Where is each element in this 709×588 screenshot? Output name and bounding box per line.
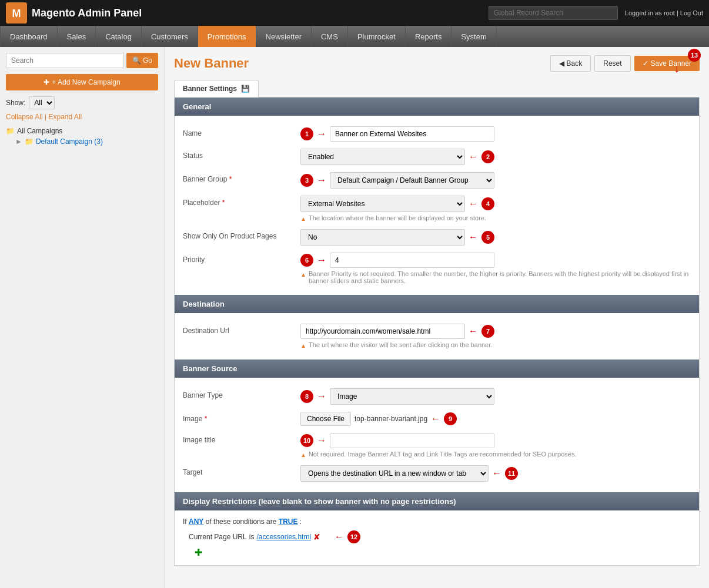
delete-condition-button[interactable]: ✘	[313, 532, 320, 542]
banner-type-row: Banner Type 8 → Image HTML	[175, 385, 699, 408]
logout-link[interactable]: Log Out	[680, 9, 703, 16]
svg-text:M: M	[12, 8, 21, 19]
auth-info: Logged in as root | Log Out	[625, 9, 703, 16]
banner-type-select[interactable]: Image HTML	[330, 388, 494, 405]
arrow-8: →	[317, 391, 326, 402]
nav-item-cms[interactable]: CMS	[312, 26, 348, 47]
nav-item-dashboard[interactable]: Dashboard	[0, 26, 58, 47]
sidebar-search-input[interactable]	[6, 53, 124, 68]
badge-9: 9	[444, 412, 457, 425]
image-title-row: Image title 10 → ▲ Not required. Image B…	[175, 429, 699, 462]
image-title-input[interactable]	[330, 433, 494, 448]
tree-item-default-campaign[interactable]: ► 📁 Default Campaign (3)	[15, 136, 158, 147]
nav-item-system[interactable]: System	[452, 26, 496, 47]
banner-source-section-body: Banner Type 8 → Image HTML	[175, 378, 699, 492]
banner-group-field: 3 → Default Campaign / Default Banner Gr…	[300, 172, 691, 189]
add-campaign-button[interactable]: ✚ + Add New Campaign	[6, 74, 158, 90]
image-title-label: Image title	[183, 433, 300, 444]
display-restrictions-header: Display Restrictions (leave blank to sho…	[175, 492, 699, 510]
show-only-product-select[interactable]: No Yes	[300, 229, 465, 246]
badge-12-annotation: ← 12	[335, 530, 360, 543]
any-link[interactable]: ANY	[189, 518, 203, 526]
collapse-expand-row: Collapse All | Expand All	[6, 113, 158, 121]
save-button-container: 13 ↓ ✓ Save Banner	[634, 56, 700, 71]
badge-5: 5	[481, 231, 494, 244]
campaign-tree: 📁 All Campaigns ► 📁 Default Campaign (3)	[6, 126, 158, 147]
destination-url-hint: ▲ The url where the visitor will be sent…	[300, 341, 691, 349]
arrow-left-7: ←	[469, 326, 478, 337]
badge-7: 7	[481, 325, 494, 338]
collapse-all-link[interactable]: Collapse All	[6, 113, 43, 121]
back-icon: ◀	[559, 59, 564, 68]
top-bar: M Magento Admin Panel Logged in as root …	[0, 0, 709, 26]
banner-source-section-header: Banner Source	[175, 359, 699, 378]
arrow-left-4: ←	[469, 199, 478, 209]
arrow-left-2: ←	[469, 152, 478, 162]
true-link[interactable]: TRUE	[279, 518, 298, 526]
name-field: 1 →	[300, 126, 691, 142]
file-input-area: Choose File top-banner-bvariant.jpg	[300, 412, 427, 426]
badge-2: 2	[481, 150, 494, 163]
target-label: Target	[183, 465, 300, 476]
destination-url-input[interactable]	[300, 324, 465, 339]
placeholder-select[interactable]: External Websites	[300, 196, 465, 212]
tab-banner-settings[interactable]: Banner Settings 💾	[174, 80, 259, 98]
arrow-down-icon: ↓	[674, 62, 680, 75]
condition-field: Current Page URL	[189, 533, 247, 541]
badge-6: 6	[300, 254, 313, 267]
add-condition-button[interactable]: ✚	[195, 547, 202, 557]
nav-item-reports[interactable]: Reports	[406, 26, 452, 47]
condition-row: Current Page URL is /accessories.html ✘ …	[189, 530, 691, 543]
sidebar: 🔍 Go ✚ + Add New Campaign Show: All Coll…	[0, 47, 165, 588]
nav-item-sales[interactable]: Sales	[58, 26, 96, 47]
nav-item-newsletter[interactable]: Newsletter	[256, 26, 312, 47]
badge-1: 1	[300, 127, 313, 140]
image-label: Image *	[183, 412, 300, 423]
arrow-left-5: ←	[469, 232, 478, 243]
expand-all-link[interactable]: Expand All	[49, 113, 82, 121]
search-icon: 🔍	[132, 56, 141, 65]
banner-group-field-row: Banner Group * 3 → Default Campaign / De…	[175, 169, 699, 192]
folder-icon: 📁	[6, 127, 15, 135]
condition-value-link[interactable]: /accessories.html	[256, 533, 311, 541]
sidebar-go-button[interactable]: 🔍 Go	[126, 53, 158, 68]
content-area: New Banner ◀ Back Reset 13 ↓ ✓ Save Bann…	[165, 47, 709, 588]
banner-group-select[interactable]: Default Campaign / Default Banner Group	[330, 172, 494, 189]
plus-icon: ✚	[44, 78, 49, 86]
show-select[interactable]: All	[29, 96, 55, 109]
badge-3: 3	[300, 174, 313, 187]
priority-label: Priority	[183, 253, 300, 264]
nav-item-customers[interactable]: Customers	[142, 26, 198, 47]
check-icon: ✓	[643, 59, 648, 68]
placeholder-hint: ▲ The location where the banner will be …	[300, 214, 691, 222]
name-input[interactable]	[330, 126, 494, 142]
condition-operator: is	[249, 533, 255, 541]
tree-expand-icon: ►	[15, 137, 22, 146]
nav-item-catalog[interactable]: Catalog	[96, 26, 142, 47]
global-search-area	[489, 6, 618, 20]
status-select[interactable]: Enabled Disabled	[300, 149, 465, 165]
nav-item-promotions[interactable]: Promotions	[198, 26, 256, 47]
tree-item-all-campaigns[interactable]: 📁 All Campaigns	[6, 126, 158, 136]
conditions-text: If ANY of these conditions are TRUE :	[183, 518, 691, 526]
badge-8: 8	[300, 390, 313, 403]
magento-logo-icon: M	[6, 2, 27, 23]
arrow-6: →	[317, 255, 326, 266]
target-select[interactable]: Opens the destination URL in a new windo…	[300, 465, 489, 482]
show-label: Show:	[6, 99, 25, 107]
priority-input[interactable]	[330, 253, 494, 268]
nav-item-plumrocket[interactable]: Plumrocket	[348, 26, 406, 47]
status-field: Enabled Disabled ← 2	[300, 149, 691, 165]
header-buttons: ◀ Back Reset 13 ↓ ✓ Save Banner	[550, 55, 700, 72]
choose-file-button[interactable]: Choose File	[300, 412, 351, 426]
global-search-input[interactable]	[489, 6, 618, 20]
main-layout: 🔍 Go ✚ + Add New Campaign Show: All Coll…	[0, 47, 709, 588]
destination-url-row: Destination Url ← 7 ▲ The url where the …	[175, 320, 699, 352]
reset-button[interactable]: Reset	[594, 55, 630, 72]
tree-child: ► 📁 Default Campaign (3)	[15, 136, 158, 147]
badge-12: 12	[347, 530, 360, 543]
page-header: New Banner ◀ Back Reset 13 ↓ ✓ Save Bann…	[174, 55, 700, 72]
show-only-product-field: No Yes ← 5	[300, 229, 691, 246]
conditions-area: If ANY of these conditions are TRUE : Cu…	[175, 510, 699, 565]
back-button[interactable]: ◀ Back	[550, 55, 591, 72]
